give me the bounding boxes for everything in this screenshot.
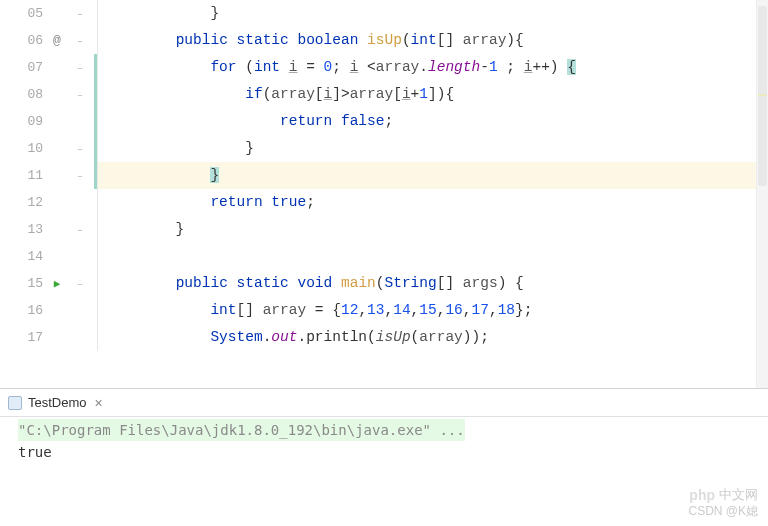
code-content[interactable]: public static void main(String[] args) { [98, 270, 768, 297]
code-editor[interactable]: 05– }06@– public static boolean isUp(int… [0, 0, 768, 351]
console-tab-bar: TestDemo × [0, 389, 768, 417]
code-line[interactable]: 06@– public static boolean isUp(int[] ar… [0, 27, 768, 54]
run-config-icon [8, 396, 22, 410]
watermark-logo: php [689, 487, 715, 503]
console-result: true [18, 441, 760, 463]
editor-scrollbar[interactable] [756, 0, 768, 388]
code-line[interactable]: 11– } [0, 162, 768, 189]
code-content[interactable]: int[] array = {12,13,14,15,16,17,18}; [98, 297, 768, 324]
code-line[interactable]: 17 System.out.println(isUp(array)); [0, 324, 768, 351]
console-tab-title[interactable]: TestDemo [28, 395, 87, 410]
fold-toggle[interactable]: – [71, 27, 89, 55]
run-tool-window: TestDemo × "C:\Program Files\Java\jdk1.8… [0, 388, 768, 526]
change-marker [94, 135, 97, 162]
scrollbar-thumb[interactable] [758, 6, 767, 186]
change-marker [94, 54, 97, 81]
fold-toggle[interactable]: – [71, 81, 89, 109]
code-content[interactable]: System.out.println(isUp(array)); [98, 324, 768, 351]
code-content[interactable]: return false; [98, 108, 768, 135]
gutter[interactable]: 11– [0, 162, 98, 189]
code-line[interactable]: 16 int[] array = {12,13,14,15,16,17,18}; [0, 297, 768, 324]
code-content[interactable]: if(array[i]>array[i+1]){ [98, 81, 768, 108]
code-line[interactable]: 12 return true; [0, 189, 768, 216]
console-output[interactable]: "C:\Program Files\Java\jdk1.8.0_192\bin\… [0, 417, 768, 471]
change-marker [94, 108, 97, 135]
gutter[interactable]: 14 [0, 243, 98, 270]
code-line[interactable]: 10– } [0, 135, 768, 162]
gutter[interactable]: 17 [0, 324, 98, 351]
gutter[interactable]: 12 [0, 189, 98, 216]
close-icon[interactable]: × [95, 395, 103, 411]
code-line[interactable]: 08– if(array[i]>array[i+1]){ [0, 81, 768, 108]
line-number: 06 [15, 27, 43, 54]
gutter[interactable]: 15▶– [0, 270, 98, 297]
line-number: 12 [15, 189, 43, 216]
override-icon: @ [43, 27, 71, 54]
gutter[interactable]: 06@– [0, 27, 98, 54]
change-marker [94, 162, 97, 189]
credit-text: CSDN @K媳 [688, 503, 758, 520]
code-content[interactable] [98, 243, 768, 270]
line-number: 07 [15, 54, 43, 81]
code-content[interactable]: } [98, 216, 768, 243]
line-number: 15 [15, 270, 43, 297]
code-content[interactable]: } [98, 0, 768, 27]
change-marker [94, 81, 97, 108]
run-gutter-icon[interactable]: ▶ [54, 278, 61, 290]
code-content[interactable]: public static boolean isUp(int[] array){ [98, 27, 768, 54]
code-line[interactable]: 15▶– public static void main(String[] ar… [0, 270, 768, 297]
line-number: 16 [15, 297, 43, 324]
fold-toggle[interactable]: – [71, 135, 89, 163]
fold-toggle[interactable]: – [71, 54, 89, 82]
code-line[interactable]: 14 [0, 243, 768, 270]
gutter[interactable]: 09 [0, 108, 98, 135]
fold-toggle[interactable]: – [71, 216, 89, 244]
fold-toggle[interactable]: – [71, 270, 89, 298]
code-line[interactable]: 13– } [0, 216, 768, 243]
line-number: 05 [15, 0, 43, 27]
fold-toggle[interactable]: – [71, 0, 89, 28]
gutter[interactable]: 08– [0, 81, 98, 108]
watermark-text: 中文网 [719, 486, 758, 504]
line-number: 17 [15, 324, 43, 351]
watermark: php 中文网 [689, 486, 758, 504]
code-line[interactable]: 09 return false; [0, 108, 768, 135]
fold-toggle[interactable]: – [71, 162, 89, 190]
line-number: 10 [15, 135, 43, 162]
gutter[interactable]: 16 [0, 297, 98, 324]
line-number: 08 [15, 81, 43, 108]
code-content[interactable]: } [98, 135, 768, 162]
code-content[interactable]: for (int i = 0; i <array.length-1 ; i++)… [98, 54, 768, 81]
console-command-line: "C:\Program Files\Java\jdk1.8.0_192\bin\… [18, 419, 465, 441]
gutter[interactable]: 13– [0, 216, 98, 243]
code-content[interactable]: } [98, 162, 768, 189]
code-line[interactable]: 05– } [0, 0, 768, 27]
gutter[interactable]: 07– [0, 54, 98, 81]
line-number: 09 [15, 108, 43, 135]
line-number: 14 [15, 243, 43, 270]
code-line[interactable]: 07– for (int i = 0; i <array.length-1 ; … [0, 54, 768, 81]
line-number: 11 [15, 162, 43, 189]
scroll-marker [758, 94, 767, 96]
line-number: 13 [15, 216, 43, 243]
code-content[interactable]: return true; [98, 189, 768, 216]
gutter[interactable]: 10– [0, 135, 98, 162]
gutter[interactable]: 05– [0, 0, 98, 27]
